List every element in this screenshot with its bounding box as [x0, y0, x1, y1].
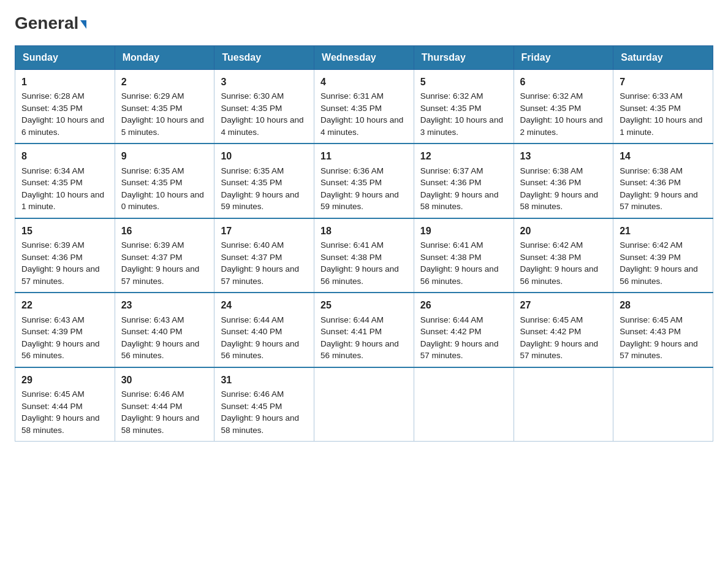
calendar-week-row: 15Sunrise: 6:39 AMSunset: 4:36 PMDayligh…: [15, 218, 713, 293]
calendar-cell: 11Sunrise: 6:36 AMSunset: 4:35 PMDayligh…: [314, 144, 414, 218]
calendar-week-row: 22Sunrise: 6:43 AMSunset: 4:39 PMDayligh…: [15, 293, 713, 367]
day-number: 8: [21, 149, 108, 163]
day-number: 13: [520, 149, 607, 163]
calendar-cell: 15Sunrise: 6:39 AMSunset: 4:36 PMDayligh…: [15, 218, 115, 293]
day-number: 6: [520, 75, 607, 89]
day-number: 2: [121, 75, 208, 89]
calendar-cell: [514, 367, 613, 442]
day-number: 29: [21, 373, 108, 387]
day-number: 27: [520, 298, 607, 312]
calendar-cell: 31Sunrise: 6:46 AMSunset: 4:45 PMDayligh…: [214, 367, 314, 442]
day-number: 7: [620, 75, 707, 89]
day-number: 25: [320, 298, 408, 312]
day-number: 1: [21, 75, 108, 89]
calendar-cell: 8Sunrise: 6:34 AMSunset: 4:35 PMDaylight…: [15, 144, 115, 218]
calendar-cell: 4Sunrise: 6:31 AMSunset: 4:35 PMDaylight…: [314, 70, 414, 144]
day-number: 28: [620, 298, 707, 312]
day-number: 20: [520, 224, 607, 238]
day-number: 12: [420, 149, 507, 163]
calendar-cell: 21Sunrise: 6:42 AMSunset: 4:39 PMDayligh…: [613, 218, 713, 293]
column-header-thursday: Thursday: [414, 46, 514, 70]
calendar-cell: 3Sunrise: 6:30 AMSunset: 4:35 PMDaylight…: [214, 70, 314, 144]
calendar-cell: 2Sunrise: 6:29 AMSunset: 4:35 PMDaylight…: [115, 70, 214, 144]
calendar-cell: 14Sunrise: 6:38 AMSunset: 4:36 PMDayligh…: [613, 144, 713, 218]
calendar-cell: 20Sunrise: 6:42 AMSunset: 4:38 PMDayligh…: [514, 218, 613, 293]
calendar-cell: 27Sunrise: 6:45 AMSunset: 4:42 PMDayligh…: [514, 293, 613, 367]
logo-line1: General: [15, 15, 86, 32]
logo: General: [15, 15, 86, 33]
day-number: 3: [221, 75, 308, 89]
column-header-saturday: Saturday: [613, 46, 713, 70]
calendar-cell: [414, 367, 514, 442]
calendar-cell: 16Sunrise: 6:39 AMSunset: 4:37 PMDayligh…: [115, 218, 214, 293]
calendar-week-row: 8Sunrise: 6:34 AMSunset: 4:35 PMDaylight…: [15, 144, 713, 218]
day-number: 30: [121, 373, 208, 387]
day-number: 5: [420, 75, 507, 89]
calendar-cell: 29Sunrise: 6:45 AMSunset: 4:44 PMDayligh…: [15, 367, 115, 442]
day-number: 11: [320, 149, 408, 163]
column-header-monday: Monday: [115, 46, 214, 70]
day-number: 31: [221, 373, 308, 387]
calendar-cell: 13Sunrise: 6:38 AMSunset: 4:36 PMDayligh…: [514, 144, 613, 218]
calendar-cell: 24Sunrise: 6:44 AMSunset: 4:40 PMDayligh…: [214, 293, 314, 367]
calendar-week-row: 1Sunrise: 6:28 AMSunset: 4:35 PMDaylight…: [15, 70, 713, 144]
day-number: 17: [221, 224, 308, 238]
day-number: 26: [420, 298, 507, 312]
day-number: 4: [320, 75, 408, 89]
calendar-cell: 22Sunrise: 6:43 AMSunset: 4:39 PMDayligh…: [15, 293, 115, 367]
calendar-table: SundayMondayTuesdayWednesdayThursdayFrid…: [15, 45, 713, 442]
day-number: 24: [221, 298, 308, 312]
calendar-cell: 5Sunrise: 6:32 AMSunset: 4:35 PMDaylight…: [414, 70, 514, 144]
column-header-sunday: Sunday: [15, 46, 115, 70]
calendar-cell: 28Sunrise: 6:45 AMSunset: 4:43 PMDayligh…: [613, 293, 713, 367]
calendar-cell: 1Sunrise: 6:28 AMSunset: 4:35 PMDaylight…: [15, 70, 115, 144]
day-number: 19: [420, 224, 507, 238]
calendar-week-row: 29Sunrise: 6:45 AMSunset: 4:44 PMDayligh…: [15, 367, 713, 442]
calendar-header-row: SundayMondayTuesdayWednesdayThursdayFrid…: [15, 46, 713, 70]
page-header: General: [15, 15, 713, 33]
day-number: 15: [21, 224, 108, 238]
column-header-wednesday: Wednesday: [314, 46, 414, 70]
day-number: 10: [221, 149, 308, 163]
calendar-cell: 9Sunrise: 6:35 AMSunset: 4:35 PMDaylight…: [115, 144, 214, 218]
calendar-cell: 23Sunrise: 6:43 AMSunset: 4:40 PMDayligh…: [115, 293, 214, 367]
calendar-cell: 18Sunrise: 6:41 AMSunset: 4:38 PMDayligh…: [314, 218, 414, 293]
day-number: 23: [121, 298, 208, 312]
day-number: 22: [21, 298, 108, 312]
calendar-cell: 7Sunrise: 6:33 AMSunset: 4:35 PMDaylight…: [613, 70, 713, 144]
day-number: 9: [121, 149, 208, 163]
day-number: 14: [620, 149, 707, 163]
calendar-cell: 26Sunrise: 6:44 AMSunset: 4:42 PMDayligh…: [414, 293, 514, 367]
calendar-cell: 6Sunrise: 6:32 AMSunset: 4:35 PMDaylight…: [514, 70, 613, 144]
column-header-friday: Friday: [514, 46, 613, 70]
calendar-cell: 17Sunrise: 6:40 AMSunset: 4:37 PMDayligh…: [214, 218, 314, 293]
calendar-cell: 30Sunrise: 6:46 AMSunset: 4:44 PMDayligh…: [115, 367, 214, 442]
calendar-cell: 19Sunrise: 6:41 AMSunset: 4:38 PMDayligh…: [414, 218, 514, 293]
calendar-cell: [314, 367, 414, 442]
day-number: 21: [620, 224, 707, 238]
calendar-cell: [613, 367, 713, 442]
column-header-tuesday: Tuesday: [214, 46, 314, 70]
calendar-cell: 25Sunrise: 6:44 AMSunset: 4:41 PMDayligh…: [314, 293, 414, 367]
day-number: 16: [121, 224, 208, 238]
day-number: 18: [320, 224, 408, 238]
calendar-cell: 10Sunrise: 6:35 AMSunset: 4:35 PMDayligh…: [214, 144, 314, 218]
calendar-cell: 12Sunrise: 6:37 AMSunset: 4:36 PMDayligh…: [414, 144, 514, 218]
